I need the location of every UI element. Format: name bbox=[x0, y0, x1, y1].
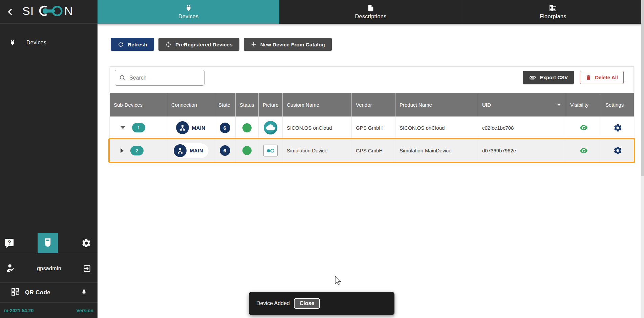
plug-icon bbox=[185, 4, 192, 12]
cell-state: 6 bbox=[214, 139, 236, 162]
app-root: SI N Devices ? bbox=[0, 0, 644, 318]
sidebar: SI N Devices ? bbox=[0, 0, 98, 318]
sub-device-count-badge: 2 bbox=[130, 146, 144, 155]
column-header-state[interactable]: State bbox=[214, 93, 236, 116]
column-header-vendor[interactable]: Vendor bbox=[352, 93, 395, 116]
qr-code-row[interactable]: QR Code bbox=[0, 283, 98, 302]
version-label: Version bbox=[76, 308, 93, 313]
cell-visibility bbox=[566, 139, 601, 162]
tab-floorplans[interactable]: Floorplans bbox=[462, 0, 644, 24]
network-hub-icon bbox=[174, 144, 187, 157]
connection-chip: MAIN bbox=[173, 143, 209, 158]
export-csv-button[interactable]: Export CSV bbox=[523, 71, 574, 84]
document-icon bbox=[367, 4, 374, 12]
column-header-status[interactable]: Status bbox=[236, 93, 259, 116]
column-header-visibility[interactable]: Visibility bbox=[566, 93, 601, 116]
gear-icon bbox=[81, 238, 91, 248]
table-header-row: Sub-Devices Connection State Status Pict… bbox=[110, 93, 634, 116]
usb-devices-button[interactable] bbox=[38, 233, 58, 253]
svg-text:SI: SI bbox=[22, 4, 34, 17]
cell-product-name: SICON.OS onCloud bbox=[395, 116, 478, 139]
uid-header-label: UID bbox=[482, 102, 491, 108]
cell-sub-devices: 1 bbox=[110, 116, 167, 139]
cell-custom-name: Simulation Device bbox=[283, 139, 352, 162]
sidebar-header: SI N bbox=[0, 0, 98, 24]
cell-custom-name: SICON.OS onCloud bbox=[283, 116, 352, 139]
user-check-icon bbox=[6, 263, 16, 274]
gear-icon[interactable] bbox=[613, 123, 622, 132]
new-device-from-catalog-button[interactable]: New Device From Catalog bbox=[244, 38, 332, 51]
tab-descriptions[interactable]: Descriptions bbox=[280, 0, 462, 24]
search-box bbox=[115, 70, 205, 86]
column-header-settings[interactable]: Settings bbox=[601, 93, 634, 116]
cell-vendor: GPS GmbH bbox=[352, 116, 395, 139]
usb-connector-icon bbox=[43, 237, 52, 249]
table-row-sicon-oncloud[interactable]: 1 MAIN 6 SICON.OS on bbox=[110, 116, 634, 139]
action-toolbar: Refresh PreRegistered Devices New Device… bbox=[111, 38, 332, 51]
cell-status bbox=[236, 139, 259, 162]
cell-visibility bbox=[566, 116, 601, 139]
cell-settings bbox=[601, 139, 634, 162]
gear-icon[interactable] bbox=[613, 146, 622, 155]
version-row: m-2021.54.20 Version bbox=[0, 303, 98, 318]
qr-code-icon bbox=[11, 288, 20, 298]
column-header-connection[interactable]: Connection bbox=[167, 93, 214, 116]
chevron-left-icon bbox=[6, 7, 15, 16]
sub-device-count-badge: 1 bbox=[132, 123, 145, 132]
search-icon bbox=[119, 75, 126, 81]
logout-button[interactable] bbox=[83, 264, 91, 273]
refresh-button[interactable]: Refresh bbox=[111, 38, 154, 51]
tab-bar: Devices Descriptions Floorplans bbox=[98, 0, 644, 24]
status-online-dot bbox=[242, 146, 252, 155]
cell-picture bbox=[259, 116, 283, 139]
expand-collapse-caret-icon[interactable] bbox=[121, 148, 124, 153]
settings-sidebar-button[interactable] bbox=[81, 238, 91, 248]
cell-vendor: GPS GmbH bbox=[352, 139, 395, 162]
column-header-sub-devices[interactable]: Sub-Devices bbox=[110, 93, 167, 116]
column-header-custom-name[interactable]: Custom Name bbox=[283, 93, 352, 116]
delete-all-button[interactable]: Delete All bbox=[580, 71, 624, 84]
eye-icon[interactable] bbox=[579, 124, 589, 132]
help-button[interactable]: ? bbox=[5, 238, 14, 248]
snackbar: Device Added Close bbox=[249, 292, 394, 315]
cell-sub-devices: 2 bbox=[110, 139, 167, 162]
column-header-product-name[interactable]: Product Name bbox=[395, 93, 478, 116]
svg-text:?: ? bbox=[7, 239, 11, 246]
eye-icon[interactable] bbox=[579, 147, 589, 155]
logout-icon bbox=[83, 264, 91, 273]
state-badge: 6 bbox=[220, 145, 230, 156]
user-row: gpsadmin bbox=[0, 254, 98, 282]
scrollbar-track[interactable] bbox=[641, 0, 644, 318]
back-chevron-button[interactable] bbox=[3, 4, 18, 19]
search-input[interactable] bbox=[129, 75, 197, 81]
sidebar-item-devices[interactable]: Devices bbox=[0, 35, 98, 50]
table-row-simulation-device[interactable]: 2 MAIN 6 Simulation bbox=[110, 139, 634, 162]
plus-icon bbox=[251, 41, 257, 47]
sicon-logo: SI N bbox=[22, 3, 81, 20]
download-button[interactable] bbox=[80, 289, 88, 297]
tab-devices[interactable]: Devices bbox=[98, 0, 280, 24]
delete-all-label: Delete All bbox=[595, 75, 618, 80]
expand-collapse-caret-icon[interactable] bbox=[121, 126, 125, 129]
column-header-uid[interactable]: UID bbox=[478, 93, 566, 116]
new-device-label: New Device From Catalog bbox=[260, 42, 325, 47]
export-csv-label: Export CSV bbox=[540, 75, 568, 80]
attachment-icon bbox=[529, 74, 536, 81]
tab-label: Floorplans bbox=[540, 14, 566, 20]
svg-text:N: N bbox=[64, 4, 73, 17]
help-icon: ? bbox=[5, 238, 14, 248]
connection-label: MAIN bbox=[192, 125, 206, 131]
tab-label: Descriptions bbox=[355, 14, 387, 20]
sidebar-bottom: ? gpsadmin bbox=[0, 232, 98, 318]
network-hub-icon bbox=[176, 121, 189, 134]
sort-caret-icon[interactable] bbox=[557, 104, 561, 106]
refresh-icon bbox=[117, 41, 124, 48]
plug-icon bbox=[9, 39, 16, 46]
building-icon bbox=[549, 4, 557, 12]
column-header-picture[interactable]: Picture bbox=[259, 93, 283, 116]
snackbar-close-button[interactable]: Close bbox=[294, 298, 320, 309]
sicon-mark-image bbox=[263, 145, 278, 156]
scrollbar-thumb[interactable] bbox=[641, 0, 644, 176]
preregistered-label: PreRegistered Devices bbox=[175, 42, 233, 47]
preregistered-devices-button[interactable]: PreRegistered Devices bbox=[158, 38, 239, 51]
